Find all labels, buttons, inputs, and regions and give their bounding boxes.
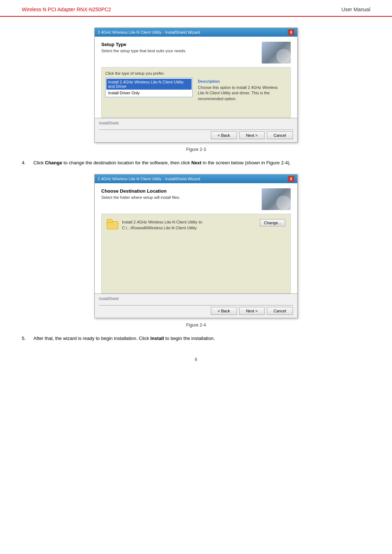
step4-text-after: in the screen below (shown in Figure 2-4… (201, 160, 291, 165)
change-button[interactable]: Change... (260, 219, 285, 226)
main-area-2: Install 2.4GHz Wireless Lite-N Client Ut… (101, 214, 291, 294)
buttons-1: < Back Next > Cancel (99, 131, 293, 139)
dest-text: Install 2.4GHz Wireless Lite-N Client Ut… (122, 219, 256, 231)
step4-content: Click Change to change the destination l… (33, 159, 370, 167)
wizard-prompt-1: Click the type of setup you prefer. (105, 71, 287, 75)
section-title-2: Choose Destination Location (101, 188, 262, 194)
dialog-body-1: Setup Type Select the setup type that be… (95, 37, 297, 118)
top-section-2: Choose Destination Location Select the f… (95, 183, 297, 214)
step5-text-before: After that, the wizard is ready to begin… (33, 336, 150, 341)
page-content: 2.4GHz Wireless Lite-N Client Utility - … (0, 28, 392, 362)
setup-option-1[interactable]: Install Driver Only (106, 90, 192, 96)
setup-option-0[interactable]: Install 2.4GHz Wireless Lite-N Client Ut… (106, 79, 192, 90)
figure4-dialog: 2.4GHz Wireless Lite-N Client Utility - … (94, 174, 298, 318)
main-area-1: Click the type of setup you prefer. Inst… (101, 67, 291, 118)
cancel-button-1[interactable]: Cancel (267, 131, 293, 139)
step4-text-before: Click (33, 160, 45, 165)
step5-content: After that, the wizard is ready to begin… (33, 335, 370, 342)
wizard-graphic-1 (262, 42, 291, 63)
top-section-1: Setup Type Select the setup type that be… (95, 37, 297, 67)
dialog-title-1: 2.4GHz Wireless Lite-N Client Utility - … (98, 30, 200, 34)
figure3-dialog: 2.4GHz Wireless Lite-N Client Utility - … (94, 28, 298, 143)
install-path: C:\...\Rosewill\Wireless Lite-N Client U… (122, 225, 256, 231)
step5-text-after: to begin the installation. (164, 336, 215, 341)
dest-row: Install 2.4GHz Wireless Lite-N Client Ut… (107, 219, 285, 231)
next-button-2[interactable]: Next > (239, 307, 265, 315)
titlebar-1: 2.4GHz Wireless Lite-N Client Utility - … (95, 28, 297, 37)
heading-area-1: Setup Type Select the setup type that be… (101, 42, 262, 53)
figure4-caption: Figure 2-4 (22, 323, 370, 328)
separator-2 (99, 305, 293, 305)
options-area: Install 2.4GHz Wireless Lite-N Client Ut… (105, 78, 193, 103)
wizard-graphic-2 (262, 188, 291, 210)
back-button-2[interactable]: < Back (211, 307, 237, 315)
figure3-caption: Figure 2-3 (22, 147, 370, 152)
installshield-label-2: InstallShield (99, 297, 293, 301)
step5-number: 5. (22, 335, 29, 342)
buttons-2: < Back Next > Cancel (99, 307, 293, 315)
setup-options-list: Install 2.4GHz Wireless Lite-N Client Ut… (105, 78, 193, 97)
step4-number: 4. (22, 159, 29, 167)
step4-text-middle: to change the destination location for t… (62, 160, 191, 165)
desc-title: Description (198, 79, 285, 83)
desc-text: Choose this option to install 2.4GHz Wir… (198, 85, 285, 102)
close-button-2[interactable]: X (288, 176, 294, 182)
step4-next-bold: Next (191, 160, 201, 165)
close-button-1[interactable]: X (288, 29, 294, 35)
dialog-body-2: Choose Destination Location Select the f… (95, 183, 297, 294)
installshield-label-1: InstallShield (99, 121, 293, 125)
description-panel: Description Choose this option to instal… (196, 78, 287, 103)
page-header: Wireless N PCI Adapter RNX-N250PC2 User … (0, 0, 392, 17)
main-inner-1: Install 2.4GHz Wireless Lite-N Client Ut… (105, 78, 287, 103)
header-product: Wireless N PCI Adapter RNX-N250PC2 (22, 7, 111, 12)
dialog-title-2: 2.4GHz Wireless Lite-N Client Utility - … (98, 177, 200, 181)
step4-change-bold: Change (45, 160, 62, 165)
folder-icon (107, 219, 118, 229)
footer-2: InstallShield < Back Next > Cancel (95, 294, 297, 318)
titlebar-2: 2.4GHz Wireless Lite-N Client Utility - … (95, 175, 297, 183)
separator-1 (99, 130, 293, 130)
step5: 5. After that, the wizard is ready to be… (22, 335, 370, 342)
cancel-button-2[interactable]: Cancel (267, 307, 293, 315)
heading-area-2: Choose Destination Location Select the f… (101, 188, 262, 200)
back-button-1[interactable]: < Back (211, 131, 237, 139)
section-subtitle-1: Select the setup type that best suits yo… (101, 49, 262, 53)
footer-1: InstallShield < Back Next > Cancel (95, 118, 297, 142)
install-label: Install 2.4GHz Wireless Lite-N Client Ut… (122, 219, 256, 225)
next-button-1[interactable]: Next > (239, 131, 265, 139)
section-title-1: Setup Type (101, 42, 262, 47)
header-manual: User Manual (342, 7, 370, 12)
section-subtitle-2: Select the folder where setup will insta… (101, 195, 262, 200)
step5-install-bold: Install (150, 336, 164, 341)
step4: 4. Click Change to change the destinatio… (22, 159, 370, 167)
page-number: 6 (22, 357, 370, 362)
